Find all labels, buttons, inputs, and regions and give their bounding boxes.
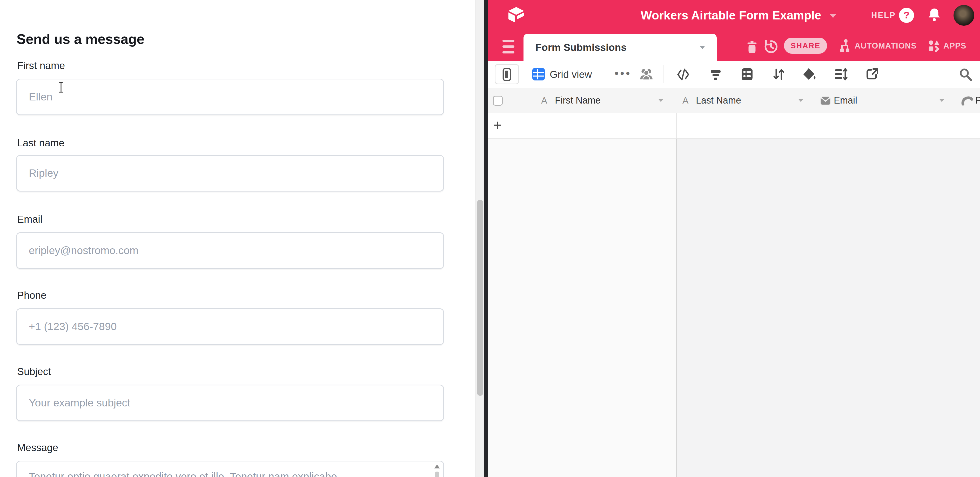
history-icon[interactable] [764,39,778,54]
text-field-icon: A [541,88,547,113]
column-menu-caret-icon[interactable] [658,99,663,102]
workers-logo-icon[interactable] [508,6,525,24]
first-name-input[interactable] [16,79,444,115]
view-toolbar: Grid view ••• [488,61,980,88]
window-divider [484,0,488,477]
screenshot-root: Send us a message First name Last name E… [0,0,980,477]
group-icon[interactable] [740,67,754,81]
last-name-label: Last name [17,137,64,149]
apps-icon[interactable] [928,40,941,52]
notifications-bell-icon[interactable] [927,7,942,23]
table-tab-caret-icon[interactable] [700,46,705,49]
first-name-label: First name [17,60,65,71]
phone-field-icon [960,95,973,107]
email-field-icon [820,95,831,106]
text-field-icon: A [682,88,688,113]
color-icon[interactable] [802,67,816,81]
sort-icon[interactable] [772,67,786,81]
help-button[interactable]: HELP [871,0,896,31]
column-header-email[interactable]: Email [816,88,957,113]
apps-button[interactable]: APPS [943,31,966,61]
trash-icon[interactable] [746,40,759,54]
hamburger-icon [503,40,514,42]
toolbar-divider [663,65,663,83]
phone-input[interactable] [16,308,444,345]
scroll-up-arrow-icon[interactable] [434,464,440,468]
filter-icon[interactable] [709,68,722,81]
share-view-icon[interactable] [865,67,880,81]
view-options-ellipsis-button[interactable]: ••• [615,61,632,88]
frozen-column-divider [676,139,677,477]
airtable-top-bar: Workers Airtable Form Example HELP ? [488,0,980,31]
textarea-scrollbar-thumb[interactable] [435,472,439,477]
automations-button[interactable]: AUTOMATIONS [854,31,916,61]
search-icon[interactable] [958,67,973,82]
subject-input[interactable] [16,385,444,421]
column-header-last-name[interactable]: A Last Name [676,88,816,113]
email-label: Email [17,214,43,225]
base-title[interactable]: Workers Airtable Form Example [641,0,821,31]
help-circle-icon[interactable]: ? [899,8,914,23]
column-menu-caret-icon[interactable] [798,99,803,102]
grid-body-background [677,139,980,477]
grid-body [488,139,980,477]
last-name-input[interactable] [16,155,444,192]
column-divider [676,113,677,138]
tab-form-submissions[interactable]: Form Submissions [523,34,717,61]
column-header-first-name[interactable]: A First Name [488,88,676,113]
user-avatar[interactable] [953,5,974,26]
form-title: Send us a message [17,31,145,47]
hide-fields-icon[interactable] [676,68,690,81]
message-textarea[interactable]: Tenetur optio quaerat expedite vero et i… [16,461,444,477]
view-sidebar-toggle-button[interactable] [495,64,519,84]
table-tab-label: Form Submissions [535,34,627,61]
row-height-icon[interactable] [834,67,848,81]
select-all-checkbox[interactable] [493,96,503,106]
left-panel-scrollbar[interactable] [476,0,484,477]
contact-form-panel: Send us a message First name Last name E… [0,0,484,477]
grid-body-primary-column [488,139,676,477]
airtable-table-bar: Form Submissions SHARE AUTOMATIONS [488,31,980,61]
textarea-scrollbar[interactable] [433,463,441,477]
message-label: Message [17,442,58,453]
message-text: Tenetur optio quaerat expedite vero et i… [29,469,420,477]
view-name-button[interactable]: Grid view [550,61,592,88]
text-cursor-icon [57,81,65,93]
column-header-phone[interactable]: Phone [957,88,980,113]
column-menu-caret-icon[interactable] [939,99,944,102]
phone-label: Phone [17,290,46,301]
email-input[interactable] [16,232,444,269]
add-row[interactable]: + [488,113,980,139]
base-title-caret-icon[interactable] [830,14,837,18]
left-panel-scrollbar-thumb[interactable] [477,200,483,396]
automations-icon[interactable] [838,38,851,54]
collaborators-icon[interactable] [639,68,653,81]
add-row-plus-button[interactable]: + [493,113,502,138]
sidebar-toggle-icon [500,67,513,82]
airtable-panel: Workers Airtable Form Example HELP ? For… [488,0,980,477]
grid-view-icon[interactable] [532,68,545,81]
share-button[interactable]: SHARE [784,38,827,54]
subject-label: Subject [17,366,51,377]
grid-header-row: A First Name A Last Name Email [488,88,980,113]
